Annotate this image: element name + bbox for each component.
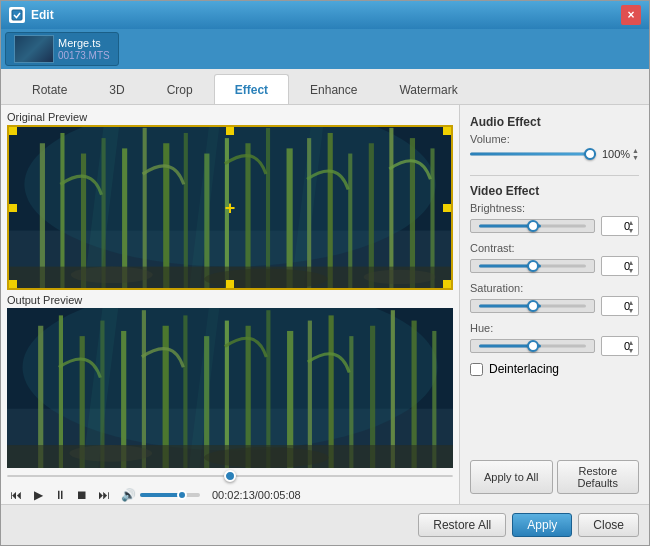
contrast-value-box[interactable]: ▲ ▼ [601,256,639,276]
contrast-spinners: ▲ ▼ [625,258,637,274]
tab-crop[interactable]: Crop [146,74,214,104]
original-preview-section: Original Preview [7,111,453,290]
sel-handle-tr[interactable] [443,127,451,135]
saturation-spinners: ▲ ▼ [625,298,637,314]
deinterlacing-label: Deinterlacing [489,362,559,376]
saturation-row: ▲ ▼ [470,296,639,316]
tab-enhance[interactable]: Enhance [289,74,378,104]
deinterlacing-row: Deinterlacing [470,362,639,376]
crosshair: + [225,197,236,218]
volume-thumb[interactable] [584,148,596,160]
video-effect-section: Video Effect Brightness: ▲ ▼ [470,184,639,376]
left-panel: Original Preview [1,105,459,504]
section-divider [470,175,639,176]
hue-row: ▲ ▼ [470,336,639,356]
tab-rotate[interactable]: Rotate [11,74,88,104]
saturation-spin-up[interactable]: ▲ [625,298,637,306]
right-panel: Audio Effect Volume: 100% ▲ ▼ [459,105,649,504]
sel-handle-tm[interactable] [226,127,234,135]
hue-label: Hue: [470,322,639,334]
hue-value-box[interactable]: ▲ ▼ [601,336,639,356]
output-preview-section: Output Preview [7,294,453,468]
file-tab-sub: 00173.MTS [58,50,110,61]
apply-to-all-button[interactable]: Apply to All [470,460,553,494]
saturation-label: Saturation: [470,282,639,294]
contrast-spin-up[interactable]: ▲ [625,258,637,266]
contrast-thumb[interactable] [527,260,539,272]
playback-volume-slider[interactable] [140,493,200,497]
timeline-bar[interactable] [7,475,453,477]
svg-point-28 [364,270,436,284]
hue-spin-up[interactable]: ▲ [625,338,637,346]
brightness-value-box[interactable]: ▲ ▼ [601,216,639,236]
restore-all-button[interactable]: Restore All [418,513,506,537]
output-preview-label: Output Preview [7,294,453,306]
playback-volume-thumb[interactable] [177,490,187,500]
audio-effect-section: Audio Effect Volume: 100% ▲ ▼ [470,115,639,167]
audio-effect-title: Audio Effect [470,115,639,129]
original-video-frame: + [7,125,453,290]
restore-defaults-button[interactable]: Restore Defaults [557,460,640,494]
tab-watermark[interactable]: Watermark [378,74,478,104]
time-display: 00:02:13/00:05:08 [212,489,301,501]
volume-spin-up[interactable]: ▲ [632,147,639,154]
output-video-content [7,308,453,468]
sel-handle-bl[interactable] [9,280,17,288]
sel-handle-lm[interactable] [9,204,17,212]
saturation-spin-down[interactable]: ▼ [625,306,637,314]
brightness-row: ▲ ▼ [470,216,639,236]
sel-handle-bm[interactable] [226,280,234,288]
brightness-slider[interactable] [470,219,595,233]
timeline-thumb[interactable] [224,470,236,482]
saturation-thumb[interactable] [527,300,539,312]
output-video-frame [7,308,453,468]
apply-button[interactable]: Apply [512,513,572,537]
brightness-thumb[interactable] [527,220,539,232]
volume-value: 100% [602,148,630,160]
bottom-buttons-bar: Restore All Apply Close [1,504,649,545]
brightness-spinners: ▲ ▼ [625,218,637,234]
brightness-spin-up[interactable]: ▲ [625,218,637,226]
svg-point-55 [204,447,328,468]
play-button[interactable]: ▶ [29,486,47,504]
sel-handle-rm[interactable] [443,204,451,212]
hue-spin-down[interactable]: ▼ [625,346,637,354]
hue-slider[interactable] [470,339,595,353]
tab-3d[interactable]: 3D [88,74,145,104]
saturation-value-box[interactable]: ▲ ▼ [601,296,639,316]
playback-volume-fill [140,493,182,497]
title-bar: Edit × [1,1,649,29]
sel-handle-tl[interactable] [9,127,17,135]
title-icon [9,7,25,23]
volume-label: Volume: [470,133,639,145]
volume-slider-container[interactable] [470,147,596,161]
svg-rect-52 [7,308,453,468]
pause-button[interactable]: ⏸ [51,486,69,504]
file-tab-name: Merge.ts [58,37,110,49]
contrast-slider[interactable] [470,259,595,273]
contrast-spin-down[interactable]: ▼ [625,266,637,274]
svg-point-26 [71,267,153,283]
right-panel-actions: Apply to All Restore Defaults [470,460,639,494]
close-window-button[interactable]: × [621,5,641,25]
skip-end-button[interactable]: ⏭ [95,486,113,504]
volume-filled-track [470,153,596,156]
sel-handle-br[interactable] [443,280,451,288]
volume-row: 100% ▲ ▼ [470,147,639,161]
deinterlacing-checkbox[interactable] [470,363,483,376]
svg-rect-0 [12,10,22,20]
volume-spin-down[interactable]: ▼ [632,154,639,161]
volume-value-box: 100% ▲ ▼ [602,147,639,161]
saturation-slider[interactable] [470,299,595,313]
contrast-row: ▲ ▼ [470,256,639,276]
close-button[interactable]: Close [578,513,639,537]
tab-effect[interactable]: Effect [214,74,289,104]
playback-controls: ⏮ ▶ ⏸ ⏹ ⏭ 🔊 00:02:13/00:05:08 [7,484,453,504]
hue-thumb[interactable] [527,340,539,352]
brightness-spin-down[interactable]: ▼ [625,226,637,234]
brightness-label: Brightness: [470,202,639,214]
stop-button[interactable]: ⏹ [73,486,91,504]
file-tab-merge[interactable]: Merge.ts 00173.MTS [5,32,119,66]
file-tabs-bar: Merge.ts 00173.MTS [1,29,649,69]
skip-start-button[interactable]: ⏮ [7,486,25,504]
